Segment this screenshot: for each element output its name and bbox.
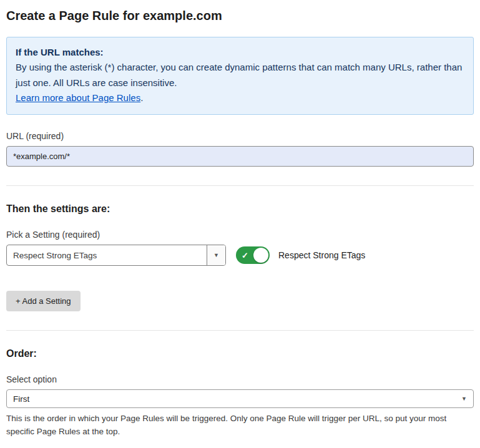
chevron-down-icon: ▼ bbox=[461, 396, 467, 402]
setting-select-arrow-button[interactable]: ▼ bbox=[207, 245, 225, 265]
url-label: URL (required) bbox=[6, 131, 474, 141]
order-select-value: First bbox=[13, 394, 29, 404]
order-select[interactable]: First ▼ bbox=[6, 389, 474, 408]
settings-section-heading: Then the settings are: bbox=[6, 203, 474, 215]
info-box-body: By using the asterisk (*) character, you… bbox=[16, 60, 464, 90]
etags-toggle-group: ✓ Respect Strong ETags bbox=[236, 246, 365, 264]
toggle-knob bbox=[253, 248, 268, 263]
learn-more-link[interactable]: Learn more about Page Rules bbox=[16, 92, 140, 103]
etags-toggle-label: Respect Strong ETags bbox=[278, 250, 365, 260]
url-field-group: URL (required) bbox=[6, 131, 474, 167]
info-box-heading: If the URL matches: bbox=[16, 45, 464, 60]
check-icon: ✓ bbox=[242, 251, 248, 260]
info-box-link-line: Learn more about Page Rules. bbox=[16, 90, 464, 105]
page-title: Create a Page Rule for example.com bbox=[6, 9, 474, 23]
url-match-info-box: If the URL matches: By using the asteris… bbox=[6, 37, 474, 115]
setting-select[interactable]: Respect Strong ETags ▼ bbox=[6, 245, 226, 266]
url-input[interactable] bbox=[6, 146, 474, 167]
pick-setting-label: Pick a Setting (required) bbox=[6, 230, 474, 240]
setting-select-value: Respect Strong ETags bbox=[7, 245, 207, 265]
order-field-group: Select option First ▼ This is the order … bbox=[6, 374, 474, 439]
order-select-label: Select option bbox=[6, 374, 474, 384]
add-setting-button[interactable]: + Add a Setting bbox=[6, 291, 81, 311]
chevron-down-icon: ▼ bbox=[213, 253, 219, 258]
section-divider bbox=[6, 185, 474, 186]
order-section-heading: Order: bbox=[6, 348, 474, 359]
etags-toggle[interactable]: ✓ bbox=[236, 246, 270, 264]
section-divider bbox=[6, 330, 474, 331]
order-help-text: This is the order in which your Page Rul… bbox=[6, 412, 471, 439]
create-page-rule-form: Create a Page Rule for example.com If th… bbox=[6, 9, 474, 448]
link-period: . bbox=[140, 92, 143, 103]
setting-row: Respect Strong ETags ▼ ✓ Respect Strong … bbox=[6, 245, 474, 266]
